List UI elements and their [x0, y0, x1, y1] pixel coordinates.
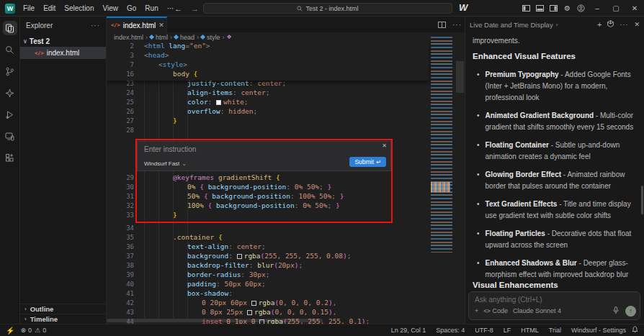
- panel-close-icon[interactable]: ✕: [634, 21, 640, 28]
- line-number: 27: [107, 117, 134, 124]
- menu-edit[interactable]: Edit: [39, 3, 60, 14]
- sticky-scroll[interactable]: 2<html lang="en">3<head>7<style>16body {: [107, 42, 429, 81]
- code-line-25[interactable]: 25color: white;: [107, 98, 429, 107]
- outline-section[interactable]: › Outline: [20, 304, 106, 314]
- menu-view[interactable]: View: [99, 3, 123, 14]
- toggle-panel-bottom-icon[interactable]: [533, 0, 547, 17]
- mic-icon[interactable]: [613, 307, 619, 316]
- status-trial[interactable]: Trial: [549, 327, 561, 334]
- status-spaces[interactable]: Spaces: 4: [436, 327, 465, 334]
- tab-index-html[interactable]: </> index.html ✕: [107, 17, 167, 32]
- scrollbar-thumb[interactable]: [456, 61, 464, 93]
- code-line-41[interactable]: 41box-shadow:: [107, 289, 429, 299]
- code-line-35[interactable]: 35.container {: [107, 233, 429, 242]
- model-selector[interactable]: Windsurf Fast ⌄: [144, 160, 187, 167]
- menu-run[interactable]: Run: [140, 3, 162, 14]
- toggle-sidebar-right-icon[interactable]: [547, 0, 560, 17]
- menu-go[interactable]: Go: [122, 3, 140, 14]
- breadcrumb-item-head[interactable]: head: [174, 34, 194, 41]
- windsurf-ai-icon[interactable]: [3, 86, 17, 100]
- more-actions-icon[interactable]: ···: [91, 22, 100, 29]
- code-line-44[interactable]: 44inset 0 1px 0 rgba(255, 255, 255, 0.1)…: [107, 317, 429, 324]
- problems-errors[interactable]: ⊗ 0: [20, 327, 32, 334]
- windsurf-logo-icon[interactable]: W: [5, 4, 15, 14]
- minimize-button[interactable]: –: [588, 0, 607, 17]
- code-line-7[interactable]: 7<style>: [107, 60, 429, 70]
- maximize-button[interactable]: ▢: [607, 0, 625, 17]
- color-swatch[interactable]: [237, 254, 242, 259]
- search-icon[interactable]: [3, 42, 17, 57]
- panel-more-actions-icon[interactable]: ···: [620, 21, 628, 28]
- code-line-29[interactable]: 29@keyframes gradientShift {: [107, 173, 429, 183]
- preview-cube-icon[interactable]: [607, 20, 614, 29]
- code-line-16[interactable]: 16body {: [107, 70, 429, 79]
- notifications-bell-icon[interactable]: [632, 326, 644, 335]
- editor-scrollbar[interactable]: [455, 32, 465, 324]
- back-arrow-icon[interactable]: ←: [174, 4, 182, 13]
- remote-explorer-icon[interactable]: [3, 129, 17, 143]
- panel-scrollbar[interactable]: [641, 186, 643, 214]
- settings-gear-icon[interactable]: ⚙: [560, 0, 574, 17]
- problems-warnings[interactable]: ⚠ 0: [35, 327, 46, 334]
- minimap[interactable]: [429, 32, 455, 324]
- source-control-icon[interactable]: [3, 64, 17, 78]
- timeline-section[interactable]: › Timeline: [20, 314, 106, 324]
- conversation-title[interactable]: Live Date and Time Display: [470, 21, 553, 29]
- status-ln[interactable]: Ln 29, Col 1: [391, 327, 426, 334]
- code-line-40[interactable]: 40padding: 50px 60px;: [107, 280, 429, 289]
- editor-more-actions-icon[interactable]: ···: [452, 21, 462, 29]
- code-line-26[interactable]: 26overflow: hidden;: [107, 107, 429, 117]
- close-button[interactable]: ✕: [625, 0, 644, 17]
- code-line-33[interactable]: 33}: [107, 211, 429, 220]
- split-editor-icon[interactable]: [438, 22, 446, 28]
- code-line-3[interactable]: 3<head>: [107, 51, 429, 60]
- code-line-39[interactable]: 39border-radius: 30px;: [107, 271, 429, 280]
- status-lf[interactable]: LF: [504, 327, 511, 334]
- color-swatch[interactable]: [247, 310, 252, 315]
- color-swatch[interactable]: [251, 301, 256, 306]
- code-line-31[interactable]: 3150% { background-position: 100% 50%; }: [107, 192, 429, 201]
- status-html[interactable]: HTML: [521, 327, 539, 334]
- code-line-2[interactable]: 2<html lang="en">: [107, 42, 429, 51]
- forward-arrow-icon[interactable]: →: [191, 4, 199, 13]
- code-line-43[interactable]: 430 8px 25px rgba(0, 0, 0, 0.15),: [107, 308, 429, 317]
- instruction-input[interactable]: Enter instruction: [144, 145, 196, 153]
- submit-button[interactable]: Submit ↵: [349, 157, 386, 167]
- menu-file[interactable]: File: [19, 3, 39, 14]
- file-index-html[interactable]: </> index.html: [20, 47, 106, 59]
- code-line-28[interactable]: 28: [107, 126, 429, 135]
- new-chat-icon[interactable]: +: [597, 20, 601, 29]
- chat-input-box[interactable]: Ask anything (Ctrl+L) + <> Code Claude S…: [468, 291, 640, 320]
- code-line-32[interactable]: 32100% { background-position: 0% 50%; }: [107, 201, 429, 211]
- code-line-27[interactable]: 27}: [107, 117, 429, 126]
- menu-selection[interactable]: Selection: [60, 3, 98, 14]
- toggle-sidebar-left-icon[interactable]: [519, 0, 533, 17]
- status-utf-8[interactable]: UTF-8: [475, 327, 493, 334]
- breadcrumb-item-style[interactable]: style: [201, 34, 220, 41]
- code-line-38[interactable]: 38backdrop-filter: blur(20px);: [107, 261, 429, 271]
- code-line-34[interactable]: 34: [107, 224, 429, 233]
- widget-close-icon[interactable]: ✕: [382, 142, 387, 149]
- color-swatch[interactable]: [216, 100, 221, 105]
- code-line-24[interactable]: 24align-items: center;: [107, 88, 429, 98]
- send-button[interactable]: ↑: [625, 306, 636, 317]
- code-line-42[interactable]: 420 20px 60px rgba(0, 0, 0, 0.2),: [107, 299, 429, 308]
- folder-test-2[interactable]: ∨ Test 2: [20, 35, 106, 47]
- code-line-37[interactable]: 37background: rgba(255, 255, 255, 0.08);: [107, 252, 429, 261]
- run-debug-icon[interactable]: [3, 107, 17, 122]
- attach-plus-icon[interactable]: +: [475, 307, 478, 314]
- breadcrumb-item-indexhtml[interactable]: index.html: [114, 34, 143, 41]
- model-selector[interactable]: Claude Sonnet 4: [513, 307, 561, 314]
- account-icon[interactable]: [574, 0, 588, 17]
- extensions-icon[interactable]: [3, 150, 17, 165]
- color-swatch[interactable]: [259, 319, 264, 324]
- code-line-36[interactable]: 36text-align: center;: [107, 242, 429, 252]
- command-center-search[interactable]: Test 2 - index.html: [203, 3, 452, 14]
- breadcrumb-item-html[interactable]: html: [150, 34, 168, 41]
- mode-selector[interactable]: <> Code: [483, 307, 508, 314]
- status-windsurf[interactable]: Windsurf - Settings: [571, 327, 626, 334]
- explorer-icon[interactable]: [3, 21, 17, 35]
- code-line-30[interactable]: 300% { background-position: 0% 50%; }: [107, 183, 429, 192]
- tab-close-icon[interactable]: ✕: [158, 22, 164, 29]
- remote-indicator-icon[interactable]: ⚡: [6, 327, 14, 335]
